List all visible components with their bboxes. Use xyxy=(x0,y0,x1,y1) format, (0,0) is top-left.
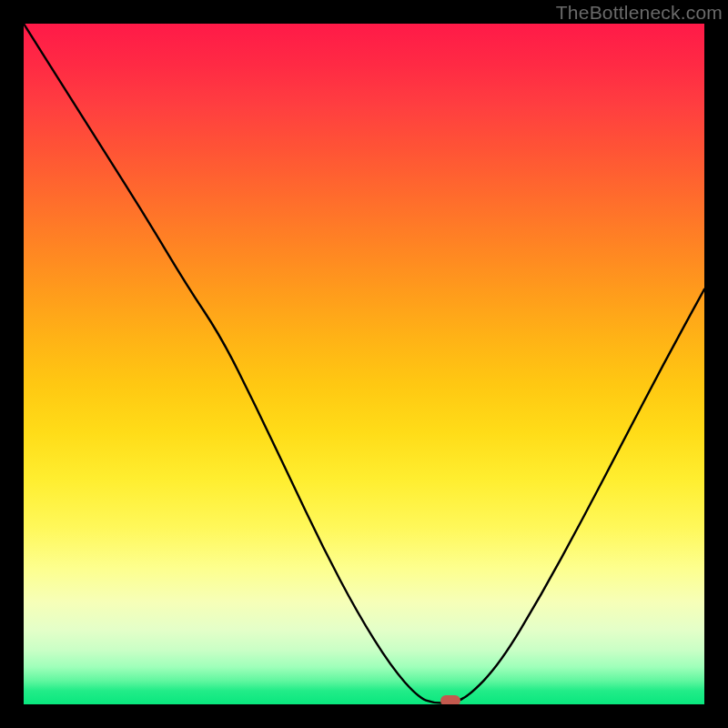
plot-area xyxy=(24,24,704,704)
bottleneck-curve xyxy=(24,24,704,704)
chart-frame: TheBottleneck.com xyxy=(0,0,728,728)
optimum-marker xyxy=(440,695,460,704)
watermark-text: TheBottleneck.com xyxy=(556,2,723,24)
